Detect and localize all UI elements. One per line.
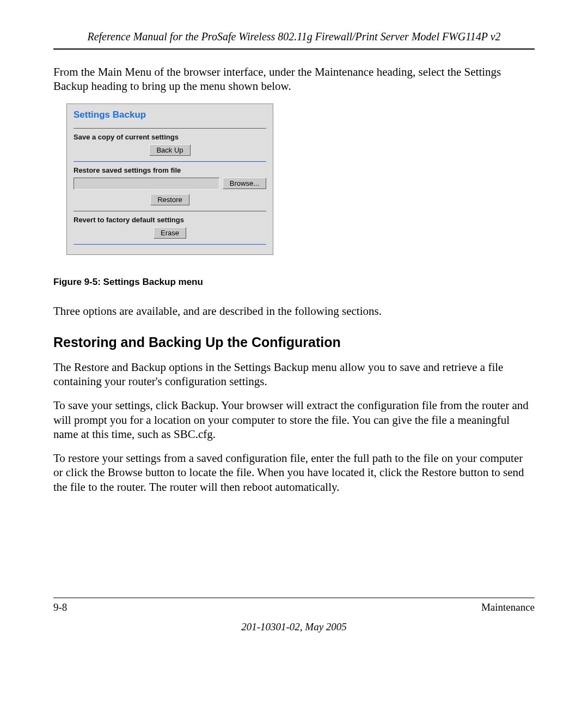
figure-caption: Figure 9-5: Settings Backup menu <box>53 277 535 288</box>
restore-section: Restore saved settings from file Browse.… <box>74 161 266 211</box>
browse-button[interactable]: Browse... <box>223 178 266 189</box>
para-after-figure: Three options are available, and are des… <box>53 304 535 318</box>
save-label: Save a copy of current settings <box>74 133 266 141</box>
footer-rule <box>53 598 535 598</box>
section-heading: Restoring and Backing Up the Configurati… <box>53 334 535 350</box>
intro-paragraph: From the Main Menu of the browser interf… <box>53 65 535 94</box>
body-para-2: To save your settings, click Backup. You… <box>53 398 535 441</box>
backup-button[interactable]: Back Up <box>149 144 190 156</box>
running-header: Reference Manual for the ProSafe Wireles… <box>53 31 535 43</box>
revert-section: Revert to factory default settings Erase <box>74 211 266 245</box>
header-rule <box>53 48 535 50</box>
erase-button[interactable]: Erase <box>154 227 186 239</box>
footer-docinfo: 201-10301-02, May 2005 <box>53 621 535 633</box>
restore-label: Restore saved settings from file <box>74 166 266 174</box>
document-page: Reference Manual for the ProSafe Wireles… <box>0 0 588 655</box>
footer-page-number: 9-8 <box>53 601 67 613</box>
page-footer: 9-8 Maintenance 201-10301-02, May 2005 <box>53 598 535 633</box>
footer-section-name: Maintenance <box>481 601 535 613</box>
revert-label: Revert to factory default settings <box>74 216 266 224</box>
restore-file-input[interactable] <box>74 178 219 190</box>
save-section: Save a copy of current settings Back Up <box>74 128 266 161</box>
body-para-1: The Restore and Backup options in the Se… <box>53 360 535 389</box>
settings-backup-panel: Settings Backup Save a copy of current s… <box>66 104 273 255</box>
figure-screenshot-wrap: Settings Backup Save a copy of current s… <box>66 104 535 255</box>
panel-title: Settings Backup <box>74 109 266 120</box>
body-para-3: To restore your settings from a saved co… <box>53 451 535 494</box>
restore-button[interactable]: Restore <box>150 194 189 205</box>
